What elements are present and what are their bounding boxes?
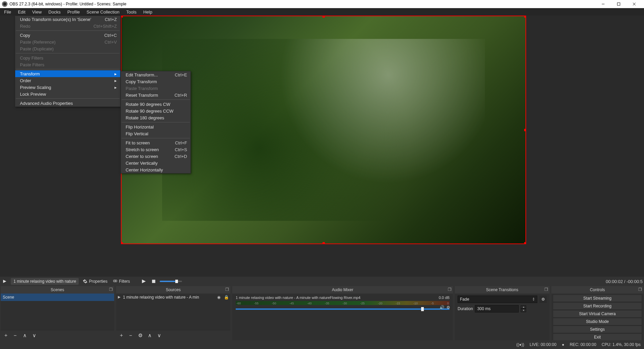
transition-type-select[interactable]: Fade ▲▼ xyxy=(458,296,537,303)
menubar: File Edit View Docks Profile Scene Colle… xyxy=(0,8,644,16)
start-recording-button[interactable]: Start Recording xyxy=(553,302,642,310)
menu-paste-duplicate: Paste (Duplicate) xyxy=(15,45,120,52)
media-play-icon xyxy=(118,296,121,299)
menu-paste-transform: Paste Transform xyxy=(121,85,190,92)
filters-button[interactable]: Filters xyxy=(111,279,131,284)
exit-button[interactable]: Exit xyxy=(553,333,642,340)
controls-title: Controls xyxy=(590,287,605,292)
remove-source-button[interactable]: − xyxy=(128,332,134,338)
speaker-icon[interactable]: 🔊 xyxy=(439,305,444,310)
menu-flip-vertical[interactable]: Flip Vertical xyxy=(121,130,190,137)
scenes-dock: Scenes❐ Scene ＋ − ∧ ∨ xyxy=(1,286,114,340)
menu-scene-collection[interactable]: Scene Collection xyxy=(83,8,123,16)
popout-icon[interactable]: ❐ xyxy=(638,287,642,292)
menu-undo[interactable]: Undo Transform source(s) In 'Scene'Ctrl+… xyxy=(15,16,120,23)
source-label: 1 minute relaxing video with nature - A … xyxy=(123,295,214,300)
edit-menu-dropdown: Undo Transform source(s) In 'Scene'Ctrl+… xyxy=(15,16,121,107)
menu-rotate-180[interactable]: Rotate 180 degrees xyxy=(121,114,190,121)
titlebar: OBS 27.2.3 (64-bit, windows) - Profile: … xyxy=(0,0,644,8)
menu-rotate-90-cw[interactable]: Rotate 90 degrees CW xyxy=(121,101,190,108)
volume-slider[interactable] xyxy=(236,308,449,310)
duration-spin-buttons[interactable]: ▲▼ xyxy=(521,305,526,312)
menu-copy-filters: Copy Filters xyxy=(15,54,120,61)
lock-toggle-icon[interactable]: 🔒 xyxy=(224,295,229,300)
scene-row[interactable]: Scene xyxy=(1,294,114,301)
menu-fit-to-screen[interactable]: Fit to screenCtrl+F xyxy=(121,139,190,146)
menu-lock-preview[interactable]: Lock Preview xyxy=(15,91,120,97)
play-source-icon[interactable] xyxy=(1,279,8,283)
menu-rotate-90-ccw[interactable]: Rotate 90 degrees CCW xyxy=(121,108,190,114)
menu-center-to-screen[interactable]: Center to screenCtrl+D xyxy=(121,153,190,160)
properties-button[interactable]: Properties xyxy=(81,279,109,284)
menu-copy-transform[interactable]: Copy Transform xyxy=(121,78,190,85)
controls-dock: Controls❐ Start Streaming Start Recordin… xyxy=(551,286,643,340)
popout-icon[interactable]: ❐ xyxy=(448,287,452,292)
sources-title: Sources xyxy=(166,287,181,292)
menu-file[interactable]: File xyxy=(1,8,15,16)
svg-rect-9 xyxy=(152,280,155,283)
menu-order[interactable]: Order▸ xyxy=(15,77,120,84)
add-source-button[interactable]: ＋ xyxy=(118,332,124,339)
source-toolbar: 1 minute relaxing video with nature Prop… xyxy=(0,277,644,286)
popout-icon[interactable]: ❐ xyxy=(109,287,113,292)
duration-label: Duration xyxy=(458,306,473,311)
track-settings-icon[interactable]: ⚙ xyxy=(446,305,450,310)
menu-preview-scaling[interactable]: Preview Scaling▸ xyxy=(15,84,120,91)
status-rec: REC: 00:00:00 xyxy=(570,342,596,347)
source-up-button[interactable]: ∧ xyxy=(147,332,153,339)
menu-stretch-to-screen[interactable]: Stretch to screenCtrl+S xyxy=(121,146,190,153)
start-streaming-button[interactable]: Start Streaming xyxy=(553,295,642,302)
scene-up-button[interactable]: ∧ xyxy=(22,332,28,339)
svg-point-0 xyxy=(3,2,7,6)
popout-icon[interactable]: ❐ xyxy=(544,287,548,292)
minimize-button[interactable] xyxy=(595,0,611,8)
svg-marker-8 xyxy=(142,279,146,283)
source-row[interactable]: 1 minute relaxing video with nature - A … xyxy=(116,294,230,301)
menu-tools[interactable]: Tools xyxy=(123,8,140,16)
menu-flip-horizontal[interactable]: Flip Horizontal xyxy=(121,123,190,130)
status-cpu: CPU: 1.4%, 30.00 fps xyxy=(602,342,641,347)
mixer-db-value: 0.0 dB xyxy=(439,296,449,300)
svg-marker-10 xyxy=(118,296,121,299)
remove-scene-button[interactable]: − xyxy=(12,332,18,338)
media-position-slider[interactable] xyxy=(160,281,182,282)
mixer-track: 1 minute relaxing video with nature - A … xyxy=(232,294,453,310)
studio-mode-button[interactable]: Studio Mode xyxy=(553,318,642,325)
menu-docks[interactable]: Docks xyxy=(45,8,64,16)
transition-settings-button[interactable]: ⚙ xyxy=(539,296,547,303)
source-settings-button[interactable]: ⚙ xyxy=(137,332,143,339)
close-button[interactable] xyxy=(626,0,642,8)
menu-center-horizontally[interactable]: Center Horizontally xyxy=(121,166,190,173)
popout-icon[interactable]: ❐ xyxy=(225,287,229,292)
audio-meter: -60-55-50-45-40-35-30-25-20-15-10-50 xyxy=(236,301,449,305)
source-down-button[interactable]: ∨ xyxy=(156,332,162,339)
menu-center-vertically[interactable]: Center Vertically xyxy=(121,160,190,166)
media-play-icon[interactable] xyxy=(140,279,148,284)
scene-down-button[interactable]: ∨ xyxy=(31,332,37,339)
menu-edit[interactable]: Edit xyxy=(15,8,29,16)
menu-copy[interactable]: CopyCtrl+C xyxy=(15,32,120,39)
start-virtual-camera-button[interactable]: Start Virtual Camera xyxy=(553,310,642,318)
visibility-toggle-icon[interactable]: ◉ xyxy=(216,295,222,300)
mixer-track-name: 1 minute relaxing video with nature - A … xyxy=(236,296,360,300)
record-icon: ● xyxy=(562,342,564,347)
menu-view[interactable]: View xyxy=(29,8,45,16)
mixer-title: Audio Mixer xyxy=(332,287,353,292)
selected-source-label: 1 minute relaxing video with nature xyxy=(11,278,79,285)
broadcast-icon: ((●)) xyxy=(516,342,524,347)
transform-submenu: Edit Transform...Ctrl+E Copy Transform P… xyxy=(121,71,191,173)
maximize-button[interactable] xyxy=(611,0,626,8)
add-scene-button[interactable]: ＋ xyxy=(3,332,9,339)
menu-advanced-audio[interactable]: Advanced Audio Properties xyxy=(15,100,120,107)
menu-edit-transform[interactable]: Edit Transform...Ctrl+E xyxy=(121,71,190,78)
menu-help[interactable]: Help xyxy=(140,8,156,16)
menu-transform[interactable]: Transform▸ xyxy=(15,70,120,77)
menu-profile[interactable]: Profile xyxy=(64,8,83,16)
media-stop-icon[interactable] xyxy=(150,279,157,283)
obs-logo-icon xyxy=(2,1,7,7)
svg-marker-5 xyxy=(3,280,6,283)
scenes-title: Scenes xyxy=(51,287,64,292)
duration-input[interactable]: 300 ms xyxy=(475,305,519,312)
settings-button[interactable]: Settings xyxy=(553,326,642,333)
menu-reset-transform[interactable]: Reset TransformCtrl+R xyxy=(121,92,190,98)
